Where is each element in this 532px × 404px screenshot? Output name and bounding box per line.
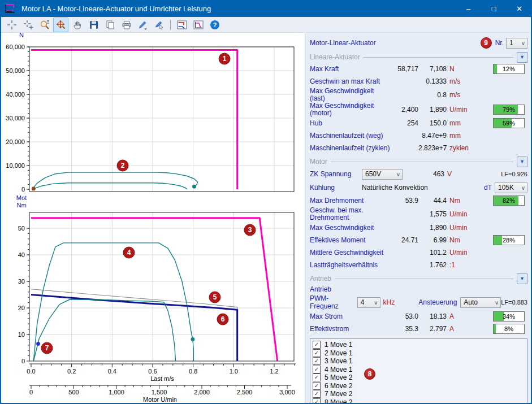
ansteuerung-select[interactable]: Auto∨ [460, 297, 501, 308]
catalog-value: 58,717 [396, 66, 418, 73]
actual-value: 6.99 [418, 237, 447, 244]
move-checkbox[interactable]: ✓ [313, 373, 321, 381]
toolbar: ? [1, 17, 531, 33]
filter-button-lineare-aktuator[interactable]: ▼ [517, 52, 527, 63]
antrieb-lf-value: LF=0.883 [501, 299, 527, 306]
move-checkbox[interactable]: ✓ [313, 357, 321, 365]
hand-pan-tool[interactable] [70, 18, 85, 32]
catalog-value: 24.71 [396, 237, 418, 244]
unit-label: U/min [447, 211, 473, 218]
unit-label: A [447, 313, 473, 320]
property-row: Geschw. bei max.Drehmoment1,575U/min [310, 207, 527, 221]
svg-text:Motor U/min: Motor U/min [143, 396, 177, 403]
pan-zoom-tool[interactable] [53, 18, 68, 32]
edit-pointer-button[interactable] [152, 18, 167, 32]
chart-region[interactable]: NMotNm010,00020,00030,00040,00050,00060,… [1, 33, 301, 403]
annotation-badge-8: 8 [364, 368, 375, 380]
actual-value: 2.823e+7 [418, 145, 447, 152]
move-checkbox[interactable]: ✓ [313, 382, 321, 390]
unit-label: Nm [447, 237, 473, 244]
kuehlung-row: Kühlung Natürliche Konvektion dT 105K∨ [310, 181, 527, 194]
move-label: 3 Move 1 [325, 357, 352, 365]
svg-text:0: 0 [21, 186, 25, 193]
chevron-down-icon: ∨ [521, 40, 525, 46]
group-header-motor: Motor ▼ [310, 156, 527, 167]
print-button[interactable] [119, 18, 134, 32]
pwm-frequenz-label: PWM-Frequenz [310, 294, 357, 310]
svg-text:1: 1 [223, 55, 227, 63]
chevron-down-icon: ∨ [374, 299, 378, 306]
chart-curve-button[interactable] [191, 18, 206, 32]
unit-label: :1 [447, 262, 473, 269]
help-button[interactable]: ? [207, 18, 222, 32]
svg-text:Mot: Mot [16, 194, 27, 201]
usage-bar: 59% [493, 118, 525, 128]
move-list-item[interactable]: ✓2 Move 1 [313, 349, 525, 358]
data-point-marker [36, 342, 40, 346]
property-label: Maschinenlaufzeit (weg) [310, 132, 396, 140]
dt-label: dT [484, 184, 492, 192]
actual-value: 44.4 [418, 197, 447, 205]
filter-button-antrieb[interactable]: ▼ [517, 273, 527, 284]
actual-value: 18.13 [418, 313, 447, 320]
move-list-item[interactable]: ✓6 Move 2 [313, 382, 525, 390]
copy-button[interactable] [102, 18, 118, 32]
crosshair-icon [7, 20, 17, 30]
svg-text:50,000: 50,000 [6, 67, 25, 74]
group-header-antrieb: Antrieb ▼ [310, 273, 527, 284]
actual-value: 7,108 [418, 66, 447, 73]
move-checkbox[interactable]: ✓ [313, 390, 321, 398]
move-label: 4 Move 1 [325, 366, 352, 373]
edit-pencil-icon [138, 20, 148, 30]
move-checkbox[interactable]: ✓ [313, 366, 321, 373]
unit-label: mm [447, 132, 473, 140]
close-button[interactable]: ✕ [507, 0, 532, 17]
move-list-item[interactable]: ✓1 Move 1 [313, 341, 525, 349]
move-label: 6 Move 2 [325, 382, 352, 390]
move-list-item[interactable]: ✓5 Move 2 [313, 373, 525, 382]
zk-spannung-label: ZK Spannung [310, 170, 362, 178]
svg-text:3,000: 3,000 [279, 389, 295, 396]
series-move-inner-moment [33, 299, 175, 361]
unit-label: U/min [447, 106, 473, 114]
zk-spannung-row: ZK Spannung 650V∨ 463 V LF=0.926 [310, 167, 527, 181]
zk-spannung-select[interactable]: 650V∨ [362, 169, 403, 180]
property-label: Hub [310, 120, 396, 127]
dt-select[interactable]: 105K∨ [495, 183, 527, 193]
usage-bar: 82% [493, 196, 525, 206]
move-checkbox[interactable]: ✓ [313, 398, 321, 404]
move-label: 5 Move 2 [325, 373, 352, 381]
svg-text:0: 0 [29, 389, 33, 396]
crosshair-tool[interactable] [4, 18, 19, 32]
move-list-item[interactable]: ✓4 Move 1 [313, 366, 525, 374]
chart-profile-button[interactable] [174, 18, 189, 32]
force-speed-chart [27, 47, 294, 192]
copy-icon [105, 20, 115, 30]
property-label: Maschinenlaufzeit (zyklen) [310, 145, 396, 152]
svg-text:0.6: 0.6 [148, 368, 157, 375]
svg-text:5: 5 [213, 293, 217, 301]
move-list-item[interactable]: ✓8 Move 2 [313, 398, 525, 404]
save-button[interactable] [86, 18, 101, 32]
pwm-frequenz-select[interactable]: 4∨ [357, 297, 380, 308]
zoom-in-out-tool[interactable] [37, 18, 52, 32]
move-checkbox[interactable]: ✓ [313, 341, 321, 349]
nr-select[interactable]: 1∨ [506, 38, 527, 49]
minimize-button[interactable]: – [456, 0, 481, 17]
maximize-button[interactable]: □ [481, 0, 507, 17]
data-point-marker [32, 187, 36, 191]
series-last-zyklus-min-kraft [32, 183, 187, 189]
move-list[interactable]: 8 ✓1 Move 1✓2 Move 1✓3 Move 1✓4 Move 1✓5… [310, 338, 527, 404]
filter-button-motor[interactable]: ▼ [517, 157, 527, 167]
usage-bar: 34% [493, 311, 525, 322]
crosshair-zoom-tool[interactable] [20, 18, 36, 32]
edit-pencil-button[interactable] [135, 18, 150, 32]
unit-label: N [447, 66, 473, 73]
move-checkbox[interactable]: ✓ [313, 349, 321, 357]
move-list-item[interactable]: ✓3 Move 1 [313, 357, 525, 366]
property-label: Lastträgheitsverhältnis [310, 262, 396, 269]
svg-text:Last m/s: Last m/s [150, 375, 174, 382]
charts-canvas[interactable]: NMotNm010,00020,00030,00040,00050,00060,… [1, 33, 300, 404]
move-list-item[interactable]: ✓7 Move 2 [313, 390, 525, 398]
property-label: Max Geschwindigkeit [310, 224, 396, 232]
